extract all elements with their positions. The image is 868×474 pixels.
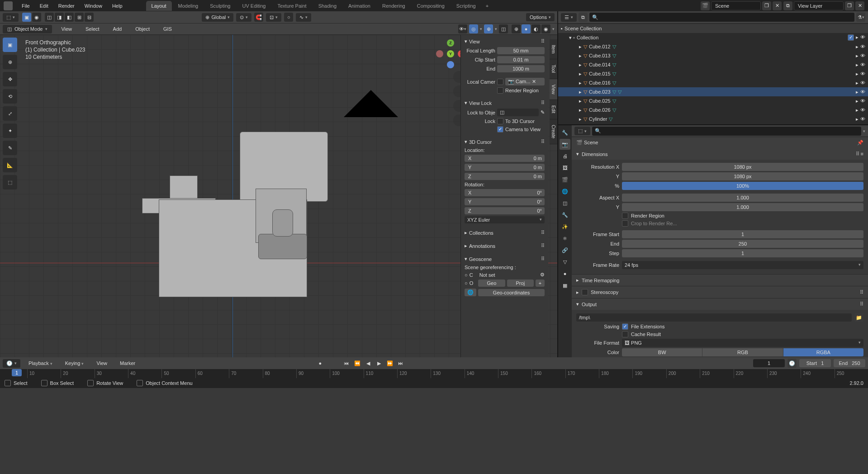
outliner-display-mode[interactable]: ⧉ xyxy=(579,13,588,22)
scene-browse-icon[interactable]: 🎬 xyxy=(701,1,710,10)
n-tab-item[interactable]: Item xyxy=(550,39,557,59)
tool-measure[interactable]: 📐 xyxy=(3,158,17,172)
cursor-loc-z[interactable]: Z0 m xyxy=(465,173,545,180)
play-reverse-icon[interactable]: ◀ xyxy=(364,359,373,368)
jump-prev-key-icon[interactable]: ⏪ xyxy=(353,359,362,368)
item-visibility-icon[interactable]: 👁 xyxy=(860,80,865,86)
cursor-loc-x[interactable]: X0 m xyxy=(465,155,545,162)
proportional-falloff[interactable]: ∿ ▾ xyxy=(296,13,311,22)
viewport-menu-add[interactable]: Add xyxy=(109,24,127,33)
timeline-ruler[interactable]: 1 10203040506070809010011012013014015016… xyxy=(0,369,868,378)
collection-select-icon[interactable]: ▸ xyxy=(856,34,859,41)
workspace-animation[interactable]: Animation xyxy=(343,1,376,11)
color-mode-rgba[interactable]: RGBA xyxy=(783,348,863,356)
n-panel-annotations-header[interactable]: ▸ Annotations⠿ xyxy=(465,241,545,251)
outliner-item-cube-025[interactable]: ▸ ▽ Cube.025 ▽▸👁 xyxy=(558,96,868,105)
workspace-scripting[interactable]: Scripting xyxy=(451,1,481,11)
timeline-playback-menu[interactable]: Playback ▾ xyxy=(24,359,57,368)
visibility-filter-icon[interactable]: 👁 ▾ xyxy=(458,24,467,33)
viewport-menu-view[interactable]: View xyxy=(57,24,76,33)
prop-tab-physics[interactable]: ⚛ xyxy=(560,233,570,244)
scene-new-icon[interactable]: ❐ xyxy=(762,1,771,10)
menu-edit[interactable]: Edit xyxy=(35,1,53,10)
n-panel-collections-header[interactable]: ▸ Collections⠿ xyxy=(465,228,545,237)
cursor-rot-z[interactable]: Z0° xyxy=(465,207,545,214)
clip-end-field[interactable]: 1000 m xyxy=(497,65,545,72)
crop-checkbox[interactable] xyxy=(622,220,628,227)
prop-tab-viewlayer[interactable]: 🖼 xyxy=(560,162,570,173)
prop-tab-output[interactable]: 🖨 xyxy=(560,151,570,161)
resolution-y-field[interactable]: 1080 px xyxy=(622,172,863,180)
tool-move[interactable]: ✥ xyxy=(3,72,17,86)
snap-target-selector[interactable]: ⊡ ▾ xyxy=(266,13,281,22)
tool-add-cube[interactable]: ⬚ xyxy=(3,175,17,190)
geo-button[interactable]: Geo xyxy=(478,280,505,287)
select-box-icon[interactable]: ▣ xyxy=(22,13,31,22)
output-header[interactable]: ▾ Output⠿ xyxy=(572,299,868,310)
outliner-item-cube-023[interactable]: ▸ ▽ Cube.023 ▽ ▽▸👁 xyxy=(558,87,868,96)
timeline-view-menu[interactable]: View xyxy=(92,359,112,368)
play-forward-icon[interactable]: ▶ xyxy=(375,359,384,368)
color-mode-rgb[interactable]: RGB xyxy=(702,348,783,356)
outliner-collection[interactable]: ▾ ▫ Collection▸👁 xyxy=(558,33,868,42)
proportional-edit-icon[interactable]: ○ xyxy=(284,13,293,22)
jump-end-icon[interactable]: ⏭ xyxy=(396,359,405,368)
scene-name-field[interactable]: Scene xyxy=(711,1,761,10)
outliner-item-cube-014[interactable]: ▸ ▽ Cube.014 ▽▸👁 xyxy=(558,60,868,69)
item-select-icon[interactable]: ▸ xyxy=(856,80,859,86)
item-visibility-icon[interactable]: 👁 xyxy=(860,53,865,59)
workspace-uv-editing[interactable]: UV Editing xyxy=(237,1,271,11)
jump-next-key-icon[interactable]: ⏩ xyxy=(385,359,394,368)
prop-tab-material[interactable]: ● xyxy=(560,268,570,279)
shading-rendered-icon[interactable]: ◉ xyxy=(541,24,550,33)
prop-tab-object[interactable]: ◫ xyxy=(560,198,570,209)
lock-to-object-field[interactable]: ◫ xyxy=(497,109,539,116)
timeline-keying-menu[interactable]: Keying ▾ xyxy=(61,359,89,368)
frame-start-field[interactable]: 1 xyxy=(622,230,863,238)
time-remapping-header[interactable]: ▸ Time Remapping xyxy=(572,275,868,286)
outliner-item-cylinder[interactable]: ▸ ▽ Cylinder ▽▸👁 xyxy=(558,114,868,123)
frame-rate-selector[interactable]: 24 fps▾ xyxy=(622,261,863,269)
prop-tab-render[interactable]: 📷 xyxy=(560,139,570,150)
n-panel-view-header[interactable]: ▾ View⠿ xyxy=(465,37,545,46)
gizmo-toggle-icon[interactable]: ◎ xyxy=(469,24,478,33)
jump-start-icon[interactable]: ⏮ xyxy=(342,359,351,368)
local-camera-checkbox[interactable] xyxy=(497,79,503,85)
collection-exclude-checkbox[interactable] xyxy=(848,34,854,41)
autokey-toggle[interactable]: ● xyxy=(316,359,325,368)
viewlayer-name-field[interactable]: View Layer xyxy=(794,1,844,10)
workspace-add[interactable]: + xyxy=(482,1,492,10)
menu-render[interactable]: Render xyxy=(54,1,79,10)
item-select-icon[interactable]: ▸ xyxy=(856,116,859,122)
props-editor-type[interactable]: ⬚ ▾ xyxy=(574,127,590,135)
to-3d-cursor-checkbox[interactable] xyxy=(497,118,503,124)
n-tab-view[interactable]: View xyxy=(550,79,557,100)
tool-select-box[interactable]: ▣ xyxy=(3,38,17,52)
snap-mode-4-icon[interactable]: ⊞ xyxy=(75,13,84,22)
proj-button[interactable]: Proj xyxy=(507,280,534,287)
shading-wireframe-icon[interactable]: ⊕ xyxy=(512,24,521,33)
tool-annotate[interactable]: ✎ xyxy=(3,141,17,155)
item-visibility-icon[interactable]: 👁 xyxy=(860,98,865,104)
browse-folder-icon[interactable]: 📁 xyxy=(854,313,863,322)
workspace-compositing[interactable]: Compositing xyxy=(412,1,450,11)
focal-length-field[interactable]: 50 mm xyxy=(497,47,545,54)
file-ext-checkbox[interactable] xyxy=(622,323,628,330)
n-panel-viewlock-header[interactable]: ▾ View Lock⠿ xyxy=(465,98,545,108)
current-frame-field[interactable]: 1 xyxy=(753,359,785,367)
tool-rotate[interactable]: ⟲ xyxy=(3,89,17,104)
prop-tab-particles[interactable]: ✨ xyxy=(560,221,570,232)
outliner-filter-icon[interactable]: ⚗ ▾ xyxy=(856,13,865,22)
prop-tab-constraints[interactable]: 🔗 xyxy=(560,245,570,256)
workspace-shading[interactable]: Shading xyxy=(313,1,342,11)
output-path-field[interactable]: /tmp\ xyxy=(576,313,852,322)
frame-start-timeline[interactable]: Start 1 xyxy=(799,359,831,367)
viewport-menu-object[interactable]: Object xyxy=(131,24,154,33)
camera-to-view-checkbox[interactable] xyxy=(497,126,503,133)
item-select-icon[interactable]: ▸ xyxy=(856,107,859,113)
frame-end-field[interactable]: 250 xyxy=(622,240,863,248)
editor-type-selector[interactable]: ⬚ ▾ xyxy=(3,13,19,22)
cursor-loc-y[interactable]: Y0 m xyxy=(465,164,545,171)
timeline-marker-menu[interactable]: Marker xyxy=(115,359,140,368)
item-select-icon[interactable]: ▸ xyxy=(856,62,859,68)
